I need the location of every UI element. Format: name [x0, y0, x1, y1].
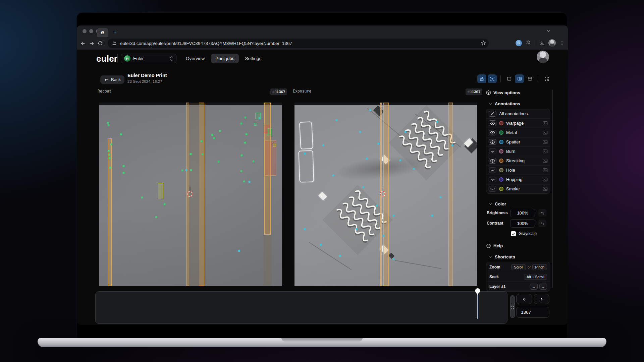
print-job-title: Euler Demo Print	[127, 73, 167, 78]
header-divider	[117, 54, 118, 63]
metal-dot-overlay	[219, 130, 221, 132]
metal-dot-overlay	[107, 122, 109, 124]
metal-dot-overlay	[201, 140, 202, 142]
annotation-image-icon[interactable]	[543, 121, 548, 125]
annotation-image-icon[interactable]	[543, 149, 548, 154]
site-settings-icon[interactable]	[112, 41, 117, 46]
forward-icon[interactable]	[88, 39, 96, 47]
annotation-row-spatter[interactable]: Spatter	[486, 137, 550, 146]
metal-dot-overlay	[123, 165, 124, 167]
shortcut-row-2: Layer ±1←→	[486, 282, 550, 291]
help-header: Help	[486, 243, 550, 249]
annotation-image-icon[interactable]	[543, 177, 548, 182]
playhead-pin[interactable]	[475, 288, 480, 293]
sidebar-scrollbar[interactable]	[552, 89, 553, 288]
eye-open-icon[interactable]	[489, 139, 496, 145]
annotation-image-icon[interactable]	[543, 140, 548, 144]
extensions-puzzle-icon[interactable]	[526, 40, 531, 46]
annotation-color-swatch	[499, 121, 503, 125]
back-button[interactable]: Back	[100, 75, 124, 84]
grayscale-checkbox[interactable]	[511, 231, 516, 236]
chevron-down-icon	[489, 255, 492, 259]
metal-dot-overlay	[253, 161, 254, 162]
recoat-panel-label: Recoat	[98, 89, 112, 96]
downloads-icon[interactable]	[539, 40, 545, 46]
menu-kebab-icon[interactable]	[559, 41, 565, 46]
nav-overview[interactable]: Overview	[181, 54, 209, 63]
spatter-dot-overlay	[383, 235, 384, 237]
eye-closed-icon[interactable]	[489, 167, 496, 173]
annotation-image-icon[interactable]	[543, 187, 548, 191]
crosshair-marker[interactable]	[380, 191, 386, 196]
split-vertical-button[interactable]	[515, 74, 524, 83]
view-toolbar	[477, 74, 551, 83]
all-annotations-row[interactable]: All annotations	[486, 109, 550, 118]
annotations-section-header[interactable]: Annotations	[489, 101, 550, 106]
annotation-image-icon[interactable]	[543, 130, 548, 135]
shortcut-row-1: SeekAlt + Scroll	[486, 272, 550, 282]
brightness-reset-button[interactable]	[538, 209, 546, 217]
workspace-name: Euler	[133, 56, 167, 61]
back-icon[interactable]	[79, 39, 87, 47]
spatter-dot-overlay	[451, 144, 453, 146]
lock-view-button[interactable]	[477, 74, 486, 83]
new-tab-button[interactable]: +	[111, 28, 119, 36]
annotation-row-streaking[interactable]: Streaking	[486, 156, 550, 165]
layer-number-input[interactable]	[516, 307, 549, 318]
profile-avatar-small[interactable]	[548, 39, 556, 47]
recoat-image[interactable]	[99, 103, 282, 286]
shortcuts-section-header[interactable]: Shortcuts	[489, 254, 550, 259]
single-pane-button[interactable]	[504, 74, 514, 83]
sync-crosshair-button[interactable]	[488, 74, 497, 83]
shortcuts-list: ZoomScrollorPinchSeekAlt + ScrollLayer ±…	[486, 262, 550, 292]
tab-overflow-chevron-icon[interactable]	[546, 29, 550, 33]
annotation-color-swatch	[499, 187, 503, 191]
euler-app: euler e Euler OverviewPrint jobsSettings…	[77, 50, 568, 325]
reload-icon[interactable]	[96, 39, 104, 47]
all-annotations-toggle[interactable]	[489, 111, 496, 117]
previous-layer-button[interactable]	[516, 294, 532, 304]
browser-tab[interactable]: e	[97, 28, 108, 37]
fullscreen-button[interactable]	[542, 74, 551, 83]
metal-dot-overlay	[244, 142, 246, 143]
contrast-input[interactable]: 100%	[510, 219, 535, 228]
annotation-label: Hopping	[506, 177, 540, 182]
annotation-image-icon[interactable]	[543, 159, 548, 163]
address-bar[interactable]: euler3d.com/app/euler/print/01J8FVC39473…	[108, 39, 489, 48]
back-arrow-icon	[104, 77, 109, 82]
exposure-image[interactable]	[294, 103, 477, 286]
bookmark-star-icon[interactable]	[481, 40, 486, 46]
timeline-resize-handle[interactable]	[510, 295, 515, 318]
brightness-input[interactable]: 100%	[510, 209, 535, 217]
eye-open-icon[interactable]	[489, 130, 496, 135]
eye-open-icon[interactable]	[489, 158, 496, 164]
eye-closed-icon[interactable]	[489, 148, 496, 154]
workspace-selector[interactable]: e Euler	[121, 54, 176, 63]
contrast-reset-button[interactable]	[538, 220, 546, 227]
metal-dot-overlay	[164, 203, 165, 205]
annotation-row-burn[interactable]: Burn	[486, 146, 550, 156]
annotation-row-smoke[interactable]: Smoke	[486, 184, 550, 193]
annotation-row-metal[interactable]: Metal	[486, 128, 550, 137]
eye-closed-icon[interactable]	[489, 186, 496, 192]
user-avatar[interactable]	[537, 51, 549, 63]
nav-print-jobs[interactable]: Print jobs	[211, 54, 238, 63]
annotation-row-warpage[interactable]: Warpage	[486, 118, 550, 128]
annotation-row-hole[interactable]: Hole	[486, 165, 550, 175]
eye-closed-icon[interactable]	[489, 177, 496, 182]
split-horizontal-button[interactable]	[525, 74, 534, 83]
annotation-image-icon[interactable]	[543, 168, 548, 172]
nav-settings[interactable]: Settings	[241, 54, 266, 63]
color-section-header[interactable]: Color	[489, 201, 550, 206]
annotation-row-hopping[interactable]: Hopping	[486, 175, 550, 184]
spatter-dot-overlay	[332, 175, 334, 176]
browser-toolbar: euler3d.com/app/euler/print/01J8FVC39473…	[77, 37, 568, 50]
url-text[interactable]: euler3d.com/app/euler/print/01J8FVC39473…	[120, 41, 292, 46]
crosshair-marker[interactable]	[187, 191, 193, 197]
eye-open-icon[interactable]	[489, 120, 496, 126]
extension-icon[interactable]	[516, 40, 522, 46]
annotation-label: Burn	[506, 149, 540, 154]
kbd-key: →	[539, 284, 547, 290]
annotation-label: Hole	[506, 168, 540, 173]
next-layer-button[interactable]	[534, 294, 549, 304]
